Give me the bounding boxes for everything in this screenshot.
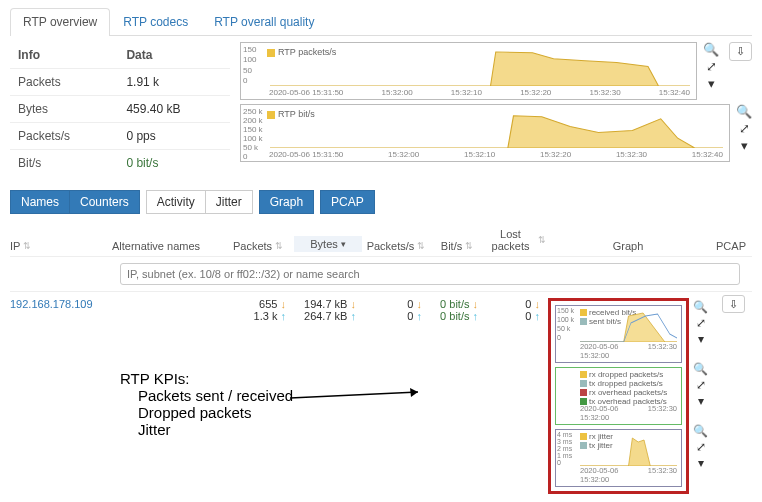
view-buttons: Names Counters Activity Jitter Graph PCA… <box>10 190 752 214</box>
info-head-info: Info <box>10 42 118 69</box>
column-headers: IP⇅ Alternative names Packets⇅ Bytes Pac… <box>10 224 752 257</box>
chevron-down-icon[interactable]: ▾ <box>698 332 704 346</box>
table-row: Packets/s0 pps <box>10 123 230 150</box>
table-row: Packets1.91 k <box>10 69 230 96</box>
counters-button[interactable]: Counters <box>69 190 140 214</box>
arrow-down-icon: ↓ <box>351 298 357 310</box>
chevron-down-icon[interactable]: ▾ <box>698 456 704 470</box>
mini-chart-jitter[interactable]: 4 ms 3 ms 2 ms 1 ms 0 rx jitter tx jitte… <box>555 429 682 487</box>
arrow-down-icon: ↓ <box>417 298 423 310</box>
arrow-up-icon: ↑ <box>281 310 287 322</box>
tab-rtp-overview[interactable]: RTP overview <box>10 8 110 36</box>
search-icon[interactable]: 🔍 <box>736 104 752 119</box>
expand-icon[interactable]: ⤢ <box>706 59 717 74</box>
download-button[interactable]: ⇩ <box>729 42 752 61</box>
arrow-down-icon: ↓ <box>535 298 541 310</box>
activity-button[interactable]: Activity <box>146 190 206 214</box>
chevron-down-icon[interactable]: ▾ <box>698 394 704 408</box>
pcap-button[interactable]: PCAP <box>320 190 375 214</box>
top-tabs: RTP overview RTP codecs RTP overall qual… <box>10 8 752 36</box>
arrow-up-icon: ↑ <box>417 310 423 322</box>
expand-icon[interactable]: ⤢ <box>739 121 750 136</box>
tab-rtp-codecs[interactable]: RTP codecs <box>110 8 201 35</box>
graph-button[interactable]: Graph <box>259 190 314 214</box>
chevron-down-icon[interactable]: ▾ <box>708 76 715 91</box>
col-bytes[interactable]: Bytes <box>294 236 362 252</box>
ip-link[interactable]: 192.168.178.109 <box>10 298 93 310</box>
search-icon[interactable]: 🔍 <box>693 300 708 314</box>
info-table: Info Data Packets1.91 k Bytes459.40 kB P… <box>10 42 230 176</box>
chart-rtp-packets[interactable]: 150 100 50 0 RTP packets/s 2020-05-06 15… <box>240 42 697 100</box>
chevron-down-icon[interactable]: ▾ <box>741 138 748 153</box>
annotation-text: RTP KPIs: Packets sent / received Droppe… <box>120 370 293 438</box>
search-icon[interactable]: 🔍 <box>693 424 708 438</box>
arrow-down-icon: ↓ <box>281 298 287 310</box>
info-head-data: Data <box>118 42 230 69</box>
col-alt-names[interactable]: Alternative names <box>112 240 222 252</box>
jitter-button[interactable]: Jitter <box>205 190 253 214</box>
expand-icon[interactable]: ⤢ <box>696 378 706 392</box>
col-bits[interactable]: Bit/s⇅ <box>430 240 484 252</box>
mini-charts-highlight: 150 k 100 k 50 k 0 received bit/s sent b… <box>548 298 689 494</box>
arrow-up-icon: ↑ <box>351 310 357 322</box>
chart-rtp-bits[interactable]: 250 k 200 k 150 k 100 k 50 k 0 RTP bit/s… <box>240 104 730 162</box>
arrow-up-icon: ↑ <box>473 310 479 322</box>
search-icon[interactable]: 🔍 <box>703 42 719 57</box>
table-row: Bytes459.40 kB <box>10 96 230 123</box>
arrow-icon <box>290 388 430 408</box>
col-ip[interactable]: IP⇅ <box>10 240 110 252</box>
arrow-down-icon: ↓ <box>473 298 479 310</box>
col-pps[interactable]: Packets/s⇅ <box>364 240 428 252</box>
col-lost[interactable]: Lost packets⇅ <box>486 228 546 252</box>
col-pcap: PCAP <box>710 240 752 252</box>
table-row: Bit/s0 bit/s <box>10 150 230 177</box>
svg-line-0 <box>290 392 418 398</box>
mini-chart-dropped[interactable]: rx dropped packets/s tx dropped packets/… <box>555 367 682 425</box>
mini-chart-bits[interactable]: 150 k 100 k 50 k 0 received bit/s sent b… <box>555 305 682 363</box>
tab-rtp-quality[interactable]: RTP overall quality <box>201 8 327 35</box>
names-button[interactable]: Names <box>10 190 70 214</box>
download-button[interactable]: ⇩ <box>722 295 745 313</box>
arrow-up-icon: ↑ <box>535 310 541 322</box>
expand-icon[interactable]: ⤢ <box>696 440 706 454</box>
filter-input[interactable] <box>120 263 740 285</box>
svg-marker-1 <box>410 388 418 397</box>
col-graph: Graph <box>548 240 708 252</box>
expand-icon[interactable]: ⤢ <box>696 316 706 330</box>
col-packets[interactable]: Packets⇅ <box>224 240 292 252</box>
search-icon[interactable]: 🔍 <box>693 362 708 376</box>
